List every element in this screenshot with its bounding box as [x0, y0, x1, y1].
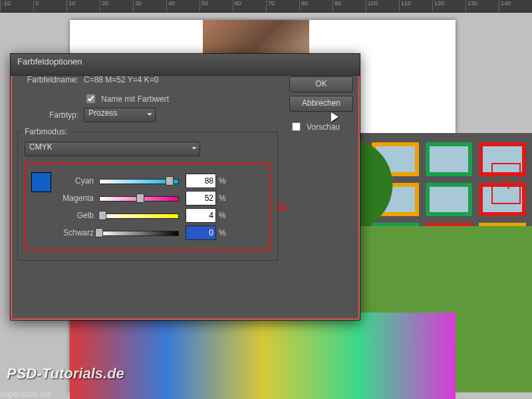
- black-slider[interactable]: [99, 229, 179, 237]
- color-mode-select[interactable]: CMYK: [25, 142, 200, 156]
- magenta-label: Magenta: [30, 194, 99, 203]
- preview-checkbox-input[interactable]: [292, 122, 301, 131]
- cyan-input[interactable]: [186, 174, 216, 188]
- annotation-two: 2): [277, 201, 287, 213]
- cyan-pct: %: [219, 176, 226, 186]
- ok-button[interactable]: OK: [289, 76, 353, 92]
- name-with-value-input[interactable]: [86, 94, 95, 103]
- name-with-value-checkbox[interactable]: Name mit Farbwert: [84, 92, 169, 105]
- magenta-input[interactable]: [186, 191, 216, 205]
- magenta-pct: %: [219, 194, 226, 203]
- channels-highlight: 2) Cyan % Magenta %: [25, 163, 271, 251]
- watermark: PSD-Tutorials.de: [7, 365, 124, 382]
- name-with-value-label: Name mit Farbwert: [101, 94, 169, 104]
- placed-image-bottom: [70, 313, 456, 399]
- color-mode-group: Farbmodus: CMYK 2) Cyan %: [17, 132, 278, 261]
- preview-label: Vorschau: [307, 122, 340, 132]
- yellow-label: Gelb: [30, 211, 99, 220]
- black-pct: %: [219, 228, 226, 237]
- annotation-one: 1): [491, 163, 521, 204]
- yellow-pct: %: [219, 211, 226, 220]
- swatch-name-value: C=88 M=52 Y=4 K=0: [84, 75, 159, 84]
- color-mode-label: Farbmodus:: [22, 127, 70, 136]
- app-canvas: -100102030405060708090100110120130140150…: [0, 0, 532, 399]
- yellow-input[interactable]: [186, 208, 216, 223]
- black-label: Schwarz: [30, 228, 99, 237]
- cooperation-text: ooperation mit: [0, 390, 51, 399]
- cyan-slider[interactable]: [99, 177, 179, 185]
- ruler-horizontal: -100102030405060708090100110120130140150…: [0, 0, 532, 13]
- color-type-label: Farbtyp:: [17, 110, 84, 120]
- magenta-slider[interactable]: [99, 194, 179, 202]
- swatch-options-dialog: Farbfeldoptionen OK Abbrechen Vorschau F…: [10, 53, 360, 321]
- yellow-slider[interactable]: [99, 211, 179, 219]
- swatch-name-label: Farbfeldname:: [17, 75, 84, 84]
- cancel-button[interactable]: Abbrechen: [289, 96, 353, 112]
- preview-checkbox[interactable]: Vorschau: [289, 120, 353, 133]
- color-type-select[interactable]: Prozess: [84, 108, 156, 122]
- color-swatch[interactable]: [31, 172, 51, 192]
- black-input[interactable]: [186, 225, 216, 240]
